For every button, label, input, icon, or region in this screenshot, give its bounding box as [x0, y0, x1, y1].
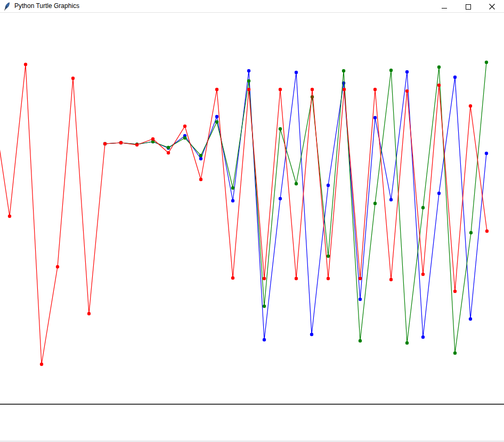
maximize-button[interactable] — [456, 0, 480, 12]
blue-data-point — [359, 298, 362, 301]
red-data-point — [359, 277, 362, 280]
blue-data-point — [231, 199, 234, 202]
blue-data-point — [405, 70, 409, 73]
green-data-point — [373, 202, 377, 205]
minimize-icon — [442, 8, 447, 9]
blue-data-point — [421, 335, 425, 339]
green-data-point — [263, 305, 266, 308]
red-data-point — [87, 312, 91, 315]
red-data-point — [279, 88, 282, 91]
title-bar: Python Turtle Graphics — [0, 0, 504, 13]
blue-data-point — [327, 184, 330, 187]
green-data-point — [342, 69, 345, 72]
green-data-point — [247, 79, 250, 83]
blue-data-point — [389, 198, 393, 201]
close-button[interactable] — [480, 0, 504, 12]
red-data-point — [167, 151, 170, 154]
red-data-point — [247, 88, 250, 91]
blue-data-point — [437, 192, 441, 195]
red-data-point — [343, 88, 346, 91]
red-data-point — [8, 215, 11, 218]
green-data-point — [437, 66, 441, 69]
green-data-point — [453, 351, 457, 355]
red-data-point — [485, 230, 489, 233]
red-data-point — [56, 265, 59, 268]
blue-data-point — [199, 157, 202, 160]
blue-data-point — [453, 76, 457, 79]
blue-data-point — [295, 71, 298, 74]
red-data-point — [135, 143, 139, 146]
red-data-point — [469, 104, 472, 108]
green-data-point — [485, 61, 488, 64]
blue-data-point — [247, 69, 250, 72]
green-data-point — [199, 154, 202, 157]
red-data-point — [199, 178, 202, 181]
red-data-point — [263, 277, 266, 280]
green-data-point — [469, 231, 473, 234]
maximize-icon — [466, 4, 471, 10]
blue-data-point — [310, 333, 313, 336]
green-data-point — [389, 69, 393, 72]
red-data-point — [183, 125, 186, 128]
green-data-point — [359, 339, 362, 342]
blue-data-point — [373, 116, 377, 119]
turtle-graphics-window: Python Turtle Graphics — [0, 0, 504, 442]
red-data-point — [103, 142, 107, 145]
blue-series-line — [105, 71, 486, 340]
window-controls — [432, 0, 504, 12]
red-data-point — [24, 63, 27, 66]
green-data-point — [183, 136, 186, 140]
red-data-point — [421, 273, 425, 276]
tk-feather-icon — [3, 2, 11, 11]
turtle-canvas — [0, 13, 504, 442]
red-data-point — [389, 278, 393, 281]
red-data-point — [327, 277, 330, 280]
red-data-point — [231, 276, 234, 280]
blue-data-point — [485, 152, 488, 155]
red-data-point — [311, 88, 314, 91]
green-data-point — [295, 182, 298, 185]
red-data-point — [40, 363, 43, 366]
green-data-point — [279, 127, 282, 130]
green-series-line — [105, 62, 486, 353]
green-data-point — [167, 146, 170, 149]
red-data-point — [151, 137, 155, 141]
blue-data-point — [263, 338, 266, 341]
green-data-point — [231, 186, 234, 190]
green-data-point — [405, 341, 409, 345]
red-data-point — [215, 88, 218, 91]
red-data-point — [437, 84, 441, 87]
red-data-point — [453, 290, 457, 293]
blue-data-point — [469, 317, 472, 321]
blue-data-point — [215, 115, 218, 118]
red-data-point — [405, 89, 409, 93]
green-data-point — [215, 120, 218, 124]
window-title: Python Turtle Graphics — [14, 0, 79, 12]
red-data-point — [373, 88, 377, 91]
blue-data-point — [279, 197, 282, 200]
red-series-line — [0, 64, 487, 364]
minimize-button[interactable] — [432, 0, 456, 12]
green-data-point — [311, 95, 314, 99]
red-data-point — [71, 77, 75, 80]
green-data-point — [327, 255, 330, 258]
close-icon — [489, 4, 495, 10]
red-data-point — [295, 277, 298, 280]
green-data-point — [421, 206, 425, 209]
red-data-point — [119, 141, 123, 144]
